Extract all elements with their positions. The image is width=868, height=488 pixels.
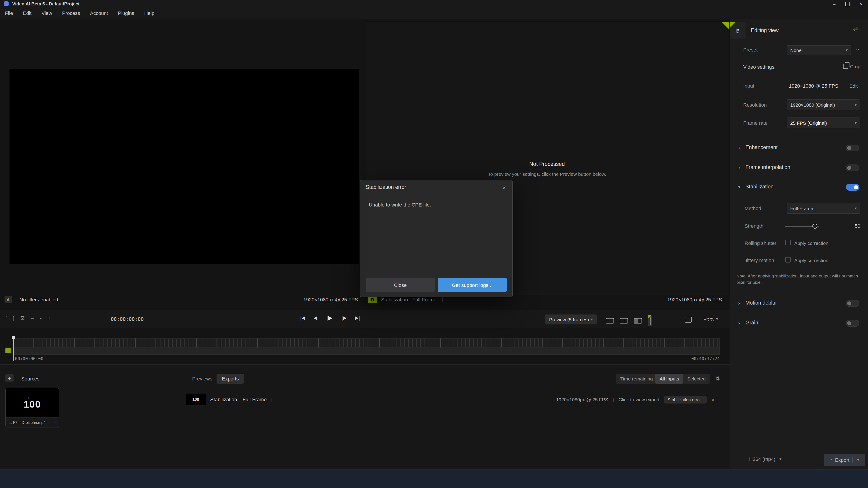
crop-button[interactable]: Crop xyxy=(831,64,860,69)
dialog-close-button[interactable]: Close xyxy=(366,278,435,292)
rolling-shutter-label: Rolling shutter xyxy=(745,240,776,246)
playhead-line[interactable] xyxy=(13,336,13,361)
enhancement-toggle[interactable] xyxy=(846,144,860,151)
section-enhancement[interactable]: › Enhancement xyxy=(730,144,868,153)
dialog-buttons: Close Get support logs... xyxy=(366,278,507,292)
input-label: Input xyxy=(743,83,754,89)
close-window-button[interactable]: × xyxy=(855,0,868,8)
preset-menu-icon[interactable]: ··· xyxy=(853,46,860,53)
source-menu-icon[interactable]: ··· xyxy=(50,420,56,425)
dialog-header[interactable]: Stabilization error × xyxy=(360,180,512,195)
section-grain[interactable]: › Grain xyxy=(730,319,868,328)
export-button-label: Export xyxy=(835,457,849,463)
maximize-button[interactable] xyxy=(841,0,855,8)
preview-pane-original[interactable] xyxy=(9,69,359,264)
timeline-export-marker[interactable] xyxy=(5,348,11,353)
maximize-icon xyxy=(845,2,850,6)
view-single-icon[interactable] xyxy=(606,318,614,324)
resolution-dropdown[interactable]: 1920×1080 (Original) ▾ xyxy=(786,99,860,110)
not-processed-message: Not Processed To preview your settings, … xyxy=(365,161,729,177)
jittery-motion-checkbox-label: Apply correction xyxy=(794,258,829,263)
export-name-divider: | xyxy=(271,397,272,402)
menu-account[interactable]: Account xyxy=(85,8,113,19)
menu-plugins[interactable]: Plugins xyxy=(113,8,139,19)
export-view-link[interactable]: Click to view export xyxy=(619,397,659,402)
zoom-slider-handle[interactable]: ● xyxy=(39,316,42,320)
export-format-value: H264 (mp4) xyxy=(749,456,775,462)
strength-slider-knob[interactable] xyxy=(812,224,817,229)
current-timecode: 00:00:00:00 xyxy=(111,316,144,322)
stabilization-error-dialog: Stabilization error × - Unable to write … xyxy=(360,180,513,297)
preset-dropdown[interactable]: None ▾ xyxy=(786,45,851,55)
sources-label: Sources xyxy=(21,376,39,381)
chevron-down-icon: ▾ xyxy=(738,183,740,191)
export-remove-icon[interactable]: × xyxy=(711,396,715,403)
skip-to-end-button[interactable]: ▶| xyxy=(355,315,360,321)
input-edit-button[interactable]: Edit xyxy=(849,83,858,89)
filter-all-inputs-button[interactable]: All Inputs xyxy=(655,374,684,384)
fit-zoom-label[interactable]: Fit % xyxy=(704,316,714,322)
export-error-badge[interactable]: Stabilization erro... xyxy=(664,396,707,403)
fullscreen-icon[interactable] xyxy=(685,317,692,323)
step-forward-button[interactable]: |▶ xyxy=(342,315,347,321)
method-dropdown[interactable]: Full-Frame ▾ xyxy=(786,203,860,214)
preview-button-label: Preview (5 frames) xyxy=(549,317,589,322)
pane-b-tab[interactable]: B xyxy=(730,22,745,39)
rolling-shutter-checkbox[interactable] xyxy=(785,240,791,246)
section-stabilization[interactable]: ▾ Stabilization xyxy=(730,183,868,192)
tab-previews[interactable]: Previews xyxy=(187,374,218,384)
swap-views-icon[interactable]: ⇄ xyxy=(853,25,858,32)
video-settings-label: Video settings xyxy=(743,64,774,70)
motion-deblur-toggle[interactable] xyxy=(846,300,860,307)
section-frame-interpolation[interactable]: › Frame interpolation xyxy=(730,164,868,173)
play-button[interactable]: ▶ xyxy=(328,314,333,321)
timeline-end-time: 00:40:37:24 xyxy=(669,356,720,361)
step-back-button[interactable]: ◀| xyxy=(313,315,319,321)
export-format-dropdown[interactable]: H264 (mp4) ▾ xyxy=(749,456,781,462)
timeline-track[interactable] xyxy=(13,348,720,355)
set-out-point-button[interactable]: ] xyxy=(13,315,14,321)
sort-icon[interactable]: ⇅ xyxy=(715,376,720,382)
resolution-value: 1920×1080 (Original) xyxy=(790,102,835,107)
source-card[interactable]: THE 100 ... F7 – Dreizehn.mp4 ··· xyxy=(5,388,59,427)
trim-icon[interactable]: ⊠ xyxy=(20,315,25,321)
tab-exports[interactable]: Exports xyxy=(217,374,244,384)
view-compare-icon[interactable] xyxy=(634,318,642,324)
frame-interpolation-toggle[interactable] xyxy=(846,164,860,171)
zoom-in-button[interactable]: + xyxy=(48,315,51,321)
input-value: 1920×1080 @ 25 FPS xyxy=(789,83,838,89)
chevron-down-icon: ▾ xyxy=(855,121,857,125)
minimize-button[interactable]: – xyxy=(827,0,841,8)
view-side-by-side-selected[interactable] xyxy=(648,315,652,326)
chevron-right-icon: › xyxy=(738,319,740,327)
preview-button[interactable]: Preview (5 frames) ▾ xyxy=(545,315,597,324)
dialog-support-logs-button[interactable]: Get support logs... xyxy=(438,278,507,292)
set-in-point-button[interactable]: [ xyxy=(5,315,7,321)
menu-process[interactable]: Process xyxy=(57,8,85,19)
filter-selected-button[interactable]: Selected xyxy=(683,374,710,384)
dialog-message: - Unable to write the CPE file. xyxy=(366,202,431,207)
chevron-down-icon: ▾ xyxy=(716,317,718,321)
dialog-title: Stabilization error xyxy=(366,184,406,190)
pane-b-resolution: 1920×1080px @ 25 FPS xyxy=(649,297,722,302)
skip-to-start-button[interactable]: |◀ xyxy=(300,315,305,321)
stabilization-toggle[interactable] xyxy=(846,184,860,191)
menu-edit[interactable]: Edit xyxy=(18,8,36,19)
view-split-icon[interactable] xyxy=(620,318,628,324)
jittery-motion-checkbox[interactable] xyxy=(785,257,791,263)
menu-help[interactable]: Help xyxy=(139,8,159,19)
dialog-close-icon[interactable]: × xyxy=(500,183,508,192)
menu-file[interactable]: File xyxy=(0,8,18,19)
sort-time-remaining-button[interactable]: Time remaining xyxy=(616,374,657,384)
export-button[interactable]: ↑ Export ▾ xyxy=(824,454,865,466)
add-source-button[interactable]: + xyxy=(5,374,13,382)
zoom-out-button[interactable]: – xyxy=(31,315,34,321)
export-menu-icon[interactable]: ··· xyxy=(719,397,725,402)
framerate-dropdown[interactable]: 25 FPS (Original) ▾ xyxy=(786,118,860,128)
section-motion-deblur[interactable]: › Motion deblur xyxy=(730,299,868,308)
grain-toggle[interactable] xyxy=(846,320,860,327)
menu-view[interactable]: View xyxy=(36,8,57,19)
plus-icon: + xyxy=(8,375,11,382)
export-row[interactable]: 100 Stabilization – Full-Frame | 1920×10… xyxy=(186,391,725,408)
timeline-ruler-major-ticks xyxy=(13,338,720,348)
